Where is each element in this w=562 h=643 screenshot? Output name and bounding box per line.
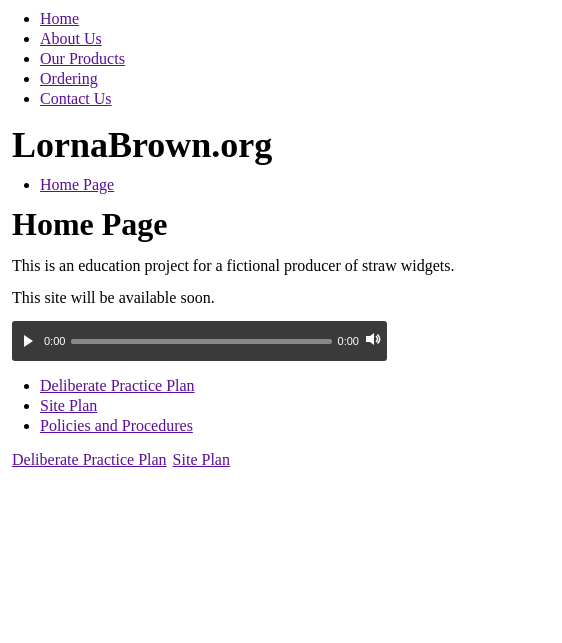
time-start: 0:00 bbox=[44, 335, 65, 347]
video-player: 0:00 0:00 bbox=[12, 321, 387, 361]
nav-link-about-us[interactable]: About Us bbox=[40, 30, 102, 47]
resource-links: Deliberate Practice PlanSite PlanPolicie… bbox=[12, 377, 550, 435]
resource-link[interactable]: Deliberate Practice Plan bbox=[40, 377, 195, 394]
time-end: 0:00 bbox=[338, 335, 359, 347]
page-heading: Home Page bbox=[12, 206, 550, 243]
description-1: This is an education project for a ficti… bbox=[12, 257, 550, 275]
footer-link[interactable]: Site Plan bbox=[173, 451, 230, 469]
resource-link[interactable]: Policies and Procedures bbox=[40, 417, 193, 434]
main-nav: HomeAbout UsOur ProductsOrderingContact … bbox=[12, 10, 550, 108]
nav-link-home[interactable]: Home bbox=[40, 10, 79, 27]
footer-link[interactable]: Deliberate Practice Plan bbox=[12, 451, 167, 469]
breadcrumb: Home Page bbox=[12, 176, 550, 194]
progress-bar[interactable] bbox=[71, 339, 331, 344]
site-title: LornaBrown.org bbox=[12, 124, 550, 166]
svg-marker-0 bbox=[24, 335, 33, 347]
nav-link-ordering[interactable]: Ordering bbox=[40, 70, 98, 87]
nav-link-contact-us[interactable]: Contact Us bbox=[40, 90, 112, 107]
nav-link-our-products[interactable]: Our Products bbox=[40, 50, 125, 67]
resource-link[interactable]: Site Plan bbox=[40, 397, 97, 414]
svg-marker-1 bbox=[366, 333, 374, 345]
play-button[interactable] bbox=[18, 331, 38, 351]
footer-links: Deliberate Practice PlanSite Plan bbox=[12, 451, 550, 469]
description-2: This site will be available soon. bbox=[12, 289, 550, 307]
volume-button[interactable] bbox=[365, 332, 381, 350]
breadcrumb-link[interactable]: Home Page bbox=[40, 176, 114, 193]
